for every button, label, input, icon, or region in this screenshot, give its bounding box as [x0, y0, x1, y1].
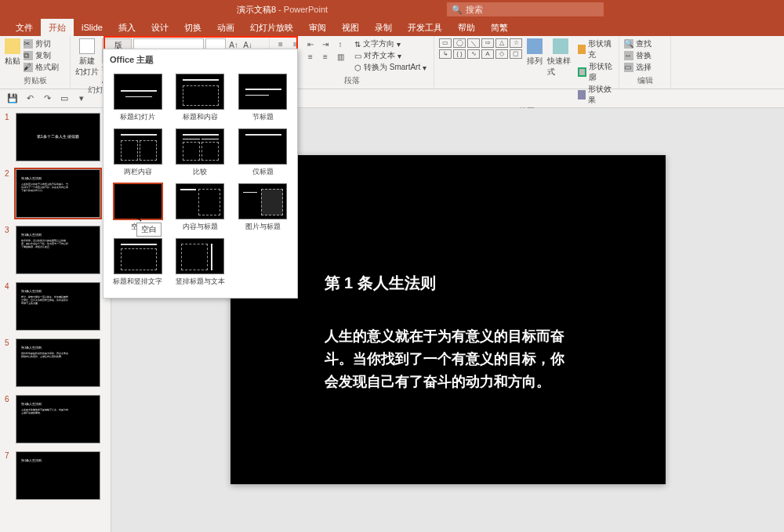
search-icon: 🔍: [452, 5, 463, 15]
thumbnail-6[interactable]: 6第1条人生法则人生最大的懊悔并不是做错了什么，而是没有去做应该做的事情。: [0, 393, 111, 445]
slide-title[interactable]: 第 1 条人生法则: [325, 273, 572, 294]
redo-button[interactable]: ↷: [41, 92, 53, 105]
paste-button[interactable]: 粘贴: [5, 38, 20, 67]
effects-icon: [578, 90, 586, 100]
thumbnail-panel[interactable]: 1第1条十二条人生 彼得森 2第1条人生法则人生的意义就在于为有意义的目标而奋斗…: [0, 108, 111, 532]
tab-transitions[interactable]: 切换: [176, 19, 209, 37]
copy-button[interactable]: ⧉复制: [24, 50, 59, 61]
chevron-down-icon: ▾: [423, 63, 426, 72]
layout-comparison[interactable]: 比较: [174, 128, 227, 177]
tab-animations[interactable]: 动画: [209, 19, 242, 37]
align-text-button[interactable]: ▭对齐文本▾: [354, 50, 426, 61]
thumbnail-7[interactable]: 7第1条人生法则: [0, 450, 111, 501]
cut-button[interactable]: ✂剪切: [24, 38, 59, 49]
smartart-button[interactable]: ⬡转换为 SmartArt▾: [354, 62, 426, 73]
shape-more2[interactable]: ▢: [510, 49, 522, 59]
layout-picture-caption[interactable]: 图片与标题: [236, 183, 289, 232]
thumbnail-3[interactable]: 3第1条人生法则很多时候，我们的努力只是在重复过去的错误，最好养成这个习惯：每天…: [0, 224, 111, 276]
layout-title-vertical-text[interactable]: 标题和竖排文字: [111, 238, 165, 287]
slide-body[interactable]: 人生的意义就在于为有意义的目标而奋斗。当你找到了一个有意义的目标，你会发现自己有…: [325, 325, 572, 393]
numbering-button[interactable]: ≡: [289, 38, 302, 49]
layout-content-caption[interactable]: 内容与标题: [174, 183, 227, 232]
styles-icon: [553, 38, 568, 54]
layout-popup-header: Office 主题: [103, 49, 297, 71]
shape-line[interactable]: ＼: [467, 38, 480, 48]
select-button[interactable]: ▭选择: [624, 62, 652, 73]
brush-icon: 🖌: [24, 63, 33, 72]
shape-text[interactable]: A: [481, 49, 494, 59]
find-button[interactable]: 🔍查找: [624, 38, 652, 49]
tab-help[interactable]: 帮助: [450, 19, 483, 37]
shapes-gallery[interactable]: ▭ ◯ ＼ ⇨ △ ☆ ↳ { } ∿ A ◇ ▢: [439, 38, 522, 59]
replace-icon: ↔: [624, 51, 633, 60]
editing-group-label: 编辑: [624, 75, 666, 86]
shape-rect[interactable]: ▭: [439, 38, 452, 48]
tab-record[interactable]: 录制: [367, 19, 400, 37]
layout-vertical-title-text[interactable]: 竖排标题与文本: [174, 238, 227, 287]
bullets-button[interactable]: ≡: [274, 38, 287, 49]
indent-dec-button[interactable]: ⇤: [304, 38, 317, 49]
slideshow-button[interactable]: ▭: [58, 92, 71, 105]
text-direction-button[interactable]: ⇅文字方向▾: [354, 38, 426, 49]
new-slide-icon: [79, 38, 95, 54]
arrange-icon: [527, 38, 543, 54]
tab-file[interactable]: 文件: [8, 19, 41, 37]
fill-icon: [578, 45, 586, 54]
tab-design[interactable]: 设计: [143, 19, 176, 37]
thumbnail-5[interactable]: 5第1条人生法则恐惧常常是阻碍成长的最大障碍。所以要学会挑战自己的恐惧，去做让自…: [0, 337, 111, 389]
thumbnail-1[interactable]: 1第1条十二条人生 彼得森: [0, 111, 111, 163]
shape-outline-button[interactable]: 形状轮廓: [578, 61, 614, 83]
format-painter-button[interactable]: 🖌格式刷: [24, 62, 59, 73]
shape-fill-button[interactable]: 形状填充: [578, 38, 614, 60]
shape-star[interactable]: ☆: [510, 38, 522, 48]
shape-oval[interactable]: ◯: [453, 38, 466, 48]
outline-icon: [578, 67, 586, 77]
shape-brace[interactable]: { }: [453, 49, 466, 59]
thumbnail-4[interactable]: 4第1条人生法则希望，能够支撑你一直向前走。即使看起来希望渺茫，但只要你相信希望…: [0, 280, 111, 332]
layout-section-header[interactable]: 节标题: [236, 74, 289, 122]
layout-title-only[interactable]: 仅标题: [236, 128, 289, 177]
align-text-icon: ▭: [354, 52, 361, 60]
undo-button[interactable]: ↶: [24, 92, 36, 105]
tab-home[interactable]: 开始: [41, 19, 74, 37]
shape-curve[interactable]: ∿: [467, 49, 480, 59]
shape-triangle[interactable]: △: [495, 38, 508, 48]
layout-title-slide[interactable]: 标题幻灯片: [111, 74, 165, 122]
tab-islide[interactable]: iSlide: [74, 20, 111, 35]
tab-chinese[interactable]: 简繁: [483, 19, 516, 37]
app-name: PowerPoint: [284, 5, 328, 14]
tab-insert[interactable]: 插入: [111, 19, 143, 37]
columns-button[interactable]: ▥: [334, 51, 347, 62]
justify-button[interactable]: ≡: [319, 51, 332, 62]
shape-arrow[interactable]: ⇨: [481, 38, 494, 48]
layout-title-content[interactable]: 标题和内容: [174, 74, 227, 122]
clipboard-group-label: 剪贴板: [5, 75, 65, 86]
save-button[interactable]: 💾: [6, 92, 19, 105]
tab-slideshow[interactable]: 幻灯片放映: [242, 19, 301, 37]
new-slide-button[interactable]: 新建 幻灯片: [75, 38, 99, 78]
more-qat-button[interactable]: ▾: [75, 92, 88, 105]
clipboard-icon: [5, 38, 20, 54]
layout-two-content[interactable]: 两栏内容: [111, 128, 165, 177]
copy-icon: ⧉: [24, 51, 33, 60]
search-box[interactable]: 🔍 搜索: [447, 2, 604, 16]
tab-review[interactable]: 审阅: [301, 19, 334, 37]
line-spacing-button[interactable]: ↕: [334, 38, 347, 49]
chevron-down-icon: ▾: [397, 52, 401, 60]
tab-view[interactable]: 视图: [334, 19, 367, 37]
align-right-button[interactable]: ≡: [304, 51, 317, 62]
smartart-icon: ⬡: [354, 63, 361, 72]
shape-effects-button[interactable]: 形状效果: [578, 84, 614, 106]
thumbnail-2[interactable]: 2第1条人生法则人生的意义就在于为有意义的目标而奋斗。当你找到了一个有意义的目标…: [0, 168, 111, 219]
indent-inc-button[interactable]: ⇥: [319, 38, 332, 49]
arrange-button[interactable]: 排列: [527, 38, 543, 67]
shape-conn[interactable]: ↳: [439, 49, 452, 59]
layout-gallery-popup: Office 主题 标题幻灯片 标题和内容 节标题 两栏内容 比较 仅标题 空白…: [103, 49, 298, 299]
tab-developer[interactable]: 开发工具: [400, 19, 450, 37]
quick-styles-button[interactable]: 快速样式: [547, 38, 573, 78]
shape-more1[interactable]: ◇: [495, 49, 508, 59]
document-title: 演示文稿8: [237, 5, 276, 14]
find-icon: 🔍: [624, 39, 633, 49]
replace-button[interactable]: ↔替换: [624, 50, 652, 61]
scissors-icon: ✂: [24, 39, 33, 49]
